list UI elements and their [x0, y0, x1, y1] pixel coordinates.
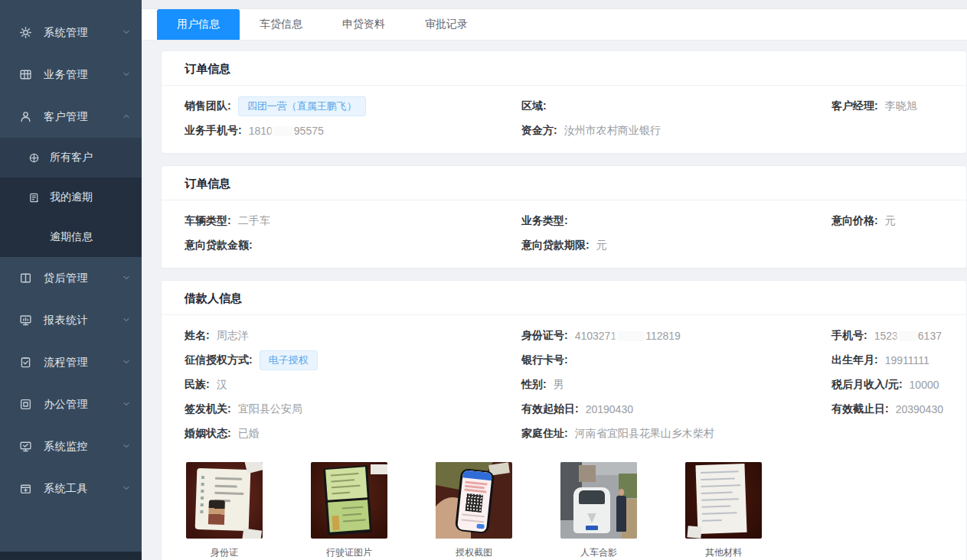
field-value: 20390430: [896, 403, 943, 415]
field-label: 意向贷款期限:: [521, 239, 590, 252]
sidebar-item-label: 贷后管理: [44, 272, 122, 285]
photo-caption: 授权截图: [436, 546, 512, 559]
order-info-card: 订单信息 销售团队: 四团一营（直属王鹏飞） 区域: 客户经理: 李晓旭: [161, 50, 967, 154]
field-label: 家庭住址:: [521, 427, 568, 441]
field-value: 汉: [217, 378, 227, 392]
field-label: 业务手机号:: [185, 124, 242, 138]
field-value: 河南省宜阳县花果山乡木柴村: [575, 427, 714, 441]
field-region: 区域:: [521, 99, 831, 113]
sidebar-item-label: 业务管理: [44, 68, 122, 82]
sidebar-item-all-customers[interactable]: 所有客户: [0, 138, 142, 177]
sidebar-item-system-tools[interactable]: 系统工具: [0, 467, 142, 510]
photo-caption: 人车合影: [560, 546, 637, 559]
photo-id-card[interactable]: 身份证: [186, 462, 263, 559]
tab-approval-records[interactable]: 审批记录: [405, 9, 488, 40]
monitor-icon: [18, 314, 32, 327]
field-label: 有效截止日:: [831, 402, 889, 416]
field-value: 元: [596, 239, 607, 252]
field-value: 汝州市农村商业银行: [564, 124, 661, 138]
sidebar-item-report-statistics[interactable]: 报表统计: [0, 299, 142, 341]
field-bank-card: 银行卡号:: [521, 353, 831, 367]
sidebar-item-office-management[interactable]: 办公管理: [0, 383, 142, 425]
header-strip: [142, 0, 967, 9]
loan-intent-card: 订单信息 车辆类型: 二手车 业务类型: 意向价格: 元: [161, 165, 967, 269]
sidebar-item-overdue-info[interactable]: 逾期信息: [0, 217, 142, 257]
sidebar-item-label: 流程管理: [44, 356, 122, 370]
field-label: 民族:: [185, 378, 210, 392]
field-marital-status: 婚姻状态: 已婚: [185, 427, 521, 441]
field-ethnicity: 民族: 汉: [185, 378, 521, 392]
detail-tabs: 用户信息 车贷信息 申贷资料 审批记录: [142, 9, 967, 41]
sidebar-item-label: 系统管理: [44, 26, 122, 40]
field-label: 区域:: [521, 99, 547, 113]
chevron-up-icon: [122, 111, 131, 123]
notebook-icon: [28, 191, 40, 203]
credit-auth-tag[interactable]: 电子授权: [260, 350, 318, 370]
field-label: 客户经理:: [831, 99, 878, 113]
field-birth-date: 出生年月: 19911111: [831, 353, 943, 367]
grid-icon: [18, 68, 32, 82]
sidebar-item-label: 客户管理: [44, 110, 122, 124]
field-label: 签发机关:: [185, 402, 231, 416]
field-sales-team: 销售团队: 四团一营（直属王鹏飞）: [185, 96, 521, 116]
sidebar-item-label: 所有客户: [50, 151, 93, 164]
field-business-phone: 业务手机号: 181095575: [185, 124, 521, 138]
photo-vehicle-license[interactable]: 行驶证图片: [311, 462, 387, 559]
field-intended-loan-amount: 意向贷款金额:: [185, 239, 521, 252]
field-value: 元: [885, 214, 896, 228]
chevron-down-icon: [122, 27, 131, 39]
field-value: 周志洋: [217, 329, 249, 343]
field-account-manager: 客户经理: 李晓旭: [831, 99, 943, 113]
sales-team-tag[interactable]: 四团一营（直属王鹏飞）: [238, 96, 366, 116]
redaction-blur: [899, 331, 917, 341]
field-label: 姓名:: [185, 329, 210, 343]
redaction-blur: [273, 126, 293, 136]
photo-document[interactable]: 其他材料: [685, 462, 762, 559]
field-value: 15236137: [874, 330, 942, 342]
sidebar-collapse-bar[interactable]: [0, 552, 142, 560]
sidebar-item-label: 逾期信息: [50, 230, 93, 244]
field-mobile: 手机号: 15236137: [831, 329, 943, 343]
field-label: 有效起始日:: [521, 402, 579, 416]
field-value: 宜阳县公安局: [238, 402, 302, 416]
field-gender: 性别: 男: [521, 378, 831, 392]
tab-loan-application-materials[interactable]: 申贷资料: [322, 9, 405, 40]
field-intended-loan-term: 意向贷款期限: 元: [521, 239, 831, 252]
photo-auth-screenshot[interactable]: 授权截图: [436, 462, 512, 559]
borrower-info-card: 借款人信息 姓名: 周志洋 身份证号: 4103271112819 手机号:: [161, 280, 967, 560]
redaction-blur: [617, 331, 645, 341]
field-valid-from: 有效起始日: 20190430: [521, 402, 831, 416]
field-vehicle-type: 车辆类型: 二手车: [185, 214, 521, 228]
sidebar-item-business-management[interactable]: 业务管理: [0, 54, 142, 96]
chevron-down-icon: [122, 357, 131, 369]
field-label: 意向贷款金额:: [185, 239, 253, 252]
sidebar-item-system-management[interactable]: 系统管理: [0, 11, 142, 54]
field-value: 李晓旭: [885, 99, 917, 113]
field-label: 业务类型:: [521, 214, 568, 228]
book-icon: [18, 272, 32, 285]
field-intended-price: 意向价格: 元: [831, 214, 943, 228]
sidebar-item-my-overdue[interactable]: 我的逾期: [0, 177, 142, 217]
sidebar-item-label: 办公管理: [44, 398, 122, 412]
tab-car-loan-info[interactable]: 车贷信息: [240, 9, 322, 40]
field-label: 身份证号:: [521, 329, 568, 343]
field-valid-to: 有效截止日: 20390430: [831, 402, 943, 416]
clipboard-icon: [18, 356, 32, 370]
sidebar: 系统管理 业务管理 客户管理 所有客户: [0, 0, 142, 560]
field-label: 银行卡号:: [521, 353, 568, 367]
tab-panel-user-info: 订单信息 销售团队: 四团一营（直属王鹏飞） 区域: 客户经理: 李晓旭: [142, 41, 967, 560]
square-icon: [18, 398, 32, 412]
sidebar-item-customer-management[interactable]: 客户管理: [0, 96, 142, 138]
sidebar-item-label: 系统监控: [44, 440, 122, 454]
sidebar-item-system-monitoring[interactable]: 系统监控: [0, 425, 142, 467]
field-issuing-authority: 签发机关: 宜阳县公安局: [185, 402, 521, 416]
tab-user-info[interactable]: 用户信息: [157, 9, 240, 40]
sidebar-item-postloan-management[interactable]: 贷后管理: [0, 257, 142, 299]
wheel-icon: [28, 151, 40, 164]
field-value: 男: [554, 378, 564, 392]
field-value: 19911111: [885, 354, 929, 366]
photo-person-car[interactable]: 人车合影: [560, 462, 637, 559]
sidebar-item-process-management[interactable]: 流程管理: [0, 341, 142, 383]
document-photos: 身份证: [162, 446, 966, 559]
field-label: 征信授权方式:: [185, 353, 253, 367]
